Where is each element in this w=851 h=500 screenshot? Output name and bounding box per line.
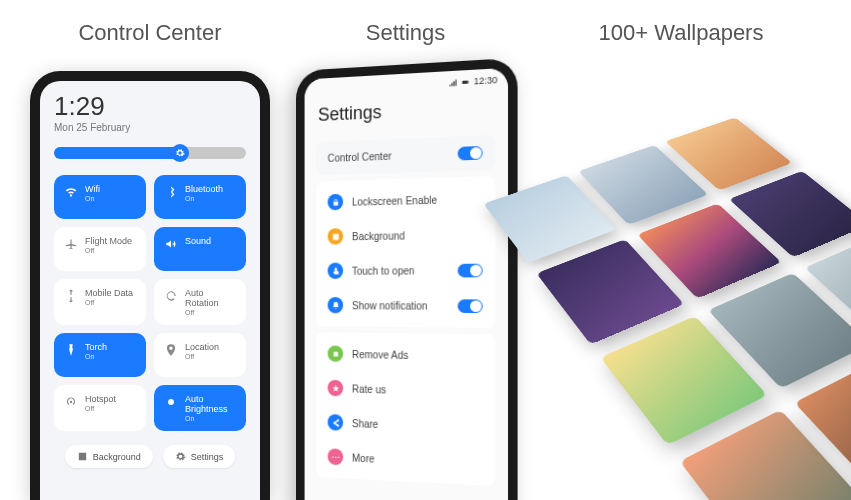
tile-label: Wifi [85, 184, 100, 194]
column-control-center: Control Center 1:29 Mon 25 February Wifi… [30, 20, 270, 500]
star-icon [330, 383, 339, 392]
settings-row-label: Share [351, 417, 482, 433]
background-button[interactable]: Background [65, 445, 153, 468]
lock-icon-badge [327, 194, 343, 211]
star-icon-badge [327, 380, 343, 397]
tile-status: Off [85, 247, 132, 254]
tile-label: Location [185, 342, 219, 352]
brightness-icon [164, 395, 178, 409]
tile-label: Auto Brightness [185, 394, 236, 414]
control-center-card[interactable]: Control Center [316, 135, 495, 175]
tile-label: Bluetooth [185, 184, 223, 194]
share-icon-badge [327, 414, 343, 431]
settings-row-noads[interactable]: Remove Ads [316, 336, 495, 374]
tile-wifi[interactable]: WifiOn [54, 175, 146, 219]
settings-row-label: Remove Ads [351, 348, 482, 362]
tile-label: Torch [85, 342, 107, 352]
tile-status: Off [185, 353, 219, 360]
battery-icon [461, 77, 470, 87]
more-icon [330, 452, 339, 461]
hotspot-icon [64, 395, 78, 409]
tile-status: On [185, 415, 236, 422]
column-wallpapers: 100+ Wallpapers [541, 20, 821, 500]
lock-icon [330, 197, 339, 206]
tile-bluetooth[interactable]: BluetoothOn [154, 175, 246, 219]
tile-status: On [85, 195, 100, 202]
settings-row-lock[interactable]: Lockscreen Enable [316, 180, 495, 219]
bluetooth-icon [164, 185, 178, 199]
tile-label: Auto Rotation [185, 288, 236, 308]
wallpaper-grid [483, 117, 851, 500]
settings-row-star[interactable]: Rate us [316, 370, 495, 410]
torch-icon [64, 343, 78, 357]
image-icon [330, 232, 339, 241]
touch-icon [330, 266, 339, 275]
tile-label: Hotspot [85, 394, 116, 404]
wifi-icon [64, 185, 78, 199]
noads-icon [330, 349, 339, 358]
image-icon-badge [327, 228, 343, 244]
bell-icon-badge [327, 297, 343, 313]
tile-status: Off [85, 405, 116, 412]
status-time: 12:30 [473, 75, 497, 87]
location-icon [164, 343, 178, 357]
tile-status: Off [185, 309, 236, 316]
column-title: Settings [366, 20, 446, 46]
gear-icon [175, 451, 186, 462]
settings-row-bell[interactable]: Show notification [316, 288, 495, 324]
clock-date: Mon 25 February [54, 122, 246, 133]
control-center-label: Control Center [327, 150, 391, 163]
tile-status: On [185, 195, 223, 202]
brightness-slider-thumb[interactable] [171, 144, 189, 162]
signal-icon [448, 77, 457, 87]
settings-row-label: Touch to open [351, 264, 447, 276]
settings-row-label: Rate us [351, 383, 482, 398]
tile-hotspot[interactable]: HotspotOff [54, 385, 146, 431]
tile-plane[interactable]: Flight ModeOff [54, 227, 146, 271]
brightness-slider[interactable] [54, 147, 246, 159]
sound-icon [164, 237, 178, 251]
tile-data[interactable]: Mobile DataOff [54, 279, 146, 325]
settings-row-image[interactable]: Background [316, 216, 495, 254]
image-icon [77, 451, 88, 462]
settings-row-label: Lockscreen Enable [351, 193, 482, 208]
plane-icon [64, 237, 78, 251]
brightness-slider-row [40, 139, 260, 167]
tile-sound[interactable]: Sound [154, 227, 246, 271]
tile-rotate[interactable]: Auto RotationOff [154, 279, 246, 325]
settings-toggle[interactable] [457, 263, 482, 277]
gear-icon [175, 148, 185, 158]
tile-location[interactable]: LocationOff [154, 333, 246, 377]
settings-row-label: More [351, 452, 482, 469]
cc-tiles-grid: WifiOnBluetoothOnFlight ModeOffSoundMobi… [40, 167, 260, 439]
tile-label: Sound [185, 236, 211, 246]
cc-header: 1:29 Mon 25 February [40, 81, 260, 139]
column-title: Control Center [78, 20, 221, 46]
tile-brightness[interactable]: Auto BrightnessOn [154, 385, 246, 431]
settings-label: Settings [191, 452, 224, 462]
cc-bottom-bar: Background Settings [40, 439, 260, 482]
background-label: Background [93, 452, 141, 462]
more-icon-badge [327, 448, 343, 465]
noads-icon-badge [327, 345, 343, 361]
settings-button[interactable]: Settings [163, 445, 236, 468]
settings-row-more[interactable]: More [316, 439, 495, 482]
settings-toggle[interactable] [457, 299, 482, 313]
clock-time: 1:29 [54, 91, 246, 122]
control-center-toggle[interactable] [457, 146, 482, 161]
share-icon [330, 418, 339, 427]
tile-status: On [85, 353, 107, 360]
tile-label: Flight Mode [85, 236, 132, 246]
touch-icon-badge [327, 263, 343, 279]
rotate-icon [164, 289, 178, 303]
tile-torch[interactable]: TorchOn [54, 333, 146, 377]
bell-icon [330, 301, 339, 310]
wallpaper-grid-wrap [541, 71, 821, 491]
column-title: 100+ Wallpapers [599, 20, 764, 46]
tile-label: Mobile Data [85, 288, 133, 298]
phone-frame-control-center: 1:29 Mon 25 February WifiOnBluetoothOnFl… [30, 71, 270, 500]
column-settings: Settings 12:30 Settings Control Center L… [296, 20, 516, 500]
settings-row-touch[interactable]: Touch to open [316, 252, 495, 288]
settings-row-label: Show notification [351, 300, 447, 312]
phone-frame-settings: 12:30 Settings Control Center Lockscreen… [296, 58, 518, 500]
